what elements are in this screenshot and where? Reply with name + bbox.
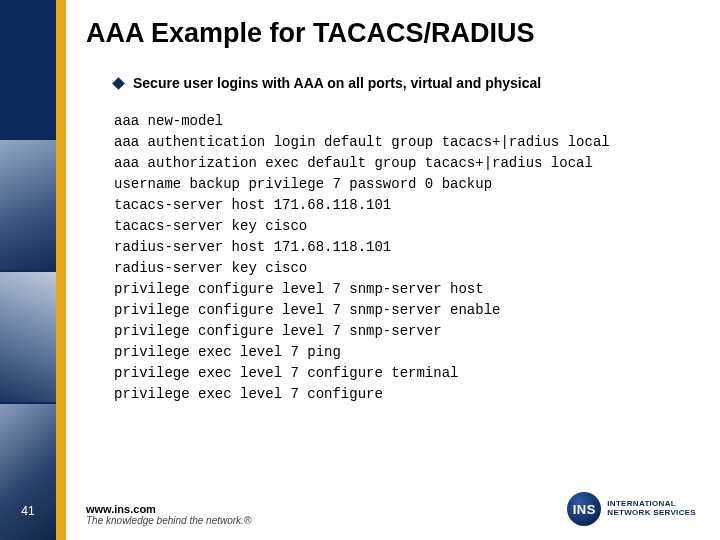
ins-logo: INS INTERNATIONAL NETWORK SERVICES	[567, 492, 696, 526]
side-photo	[0, 140, 56, 270]
config-code-block: aaa new-model aaa authentication login d…	[114, 111, 706, 405]
slide-footer: www.ins.com The knowledge behind the net…	[86, 492, 696, 526]
accent-bar	[56, 0, 66, 540]
footer-url: www.ins.com	[86, 503, 251, 515]
diamond-bullet-icon	[112, 77, 125, 90]
side-photo	[0, 272, 56, 402]
footer-tagline: The knowledge behind the network.®	[86, 515, 251, 526]
ins-logo-badge: INS	[567, 492, 601, 526]
ins-logo-label-line2: NETWORK SERVICES	[607, 509, 696, 518]
slide-number: 41	[14, 504, 42, 518]
ins-logo-initials: INS	[573, 502, 596, 517]
slide-content: AAA Example for TACACS/RADIUS Secure use…	[86, 18, 706, 405]
slide-title: AAA Example for TACACS/RADIUS	[86, 18, 706, 49]
side-photo-strip	[0, 0, 56, 540]
bullet-text: Secure user logins with AAA on all ports…	[133, 75, 541, 91]
bullet-item: Secure user logins with AAA on all ports…	[114, 75, 706, 91]
side-photo	[0, 404, 56, 540]
ins-logo-label: INTERNATIONAL NETWORK SERVICES	[607, 500, 696, 518]
footer-text: www.ins.com The knowledge behind the net…	[86, 503, 251, 526]
